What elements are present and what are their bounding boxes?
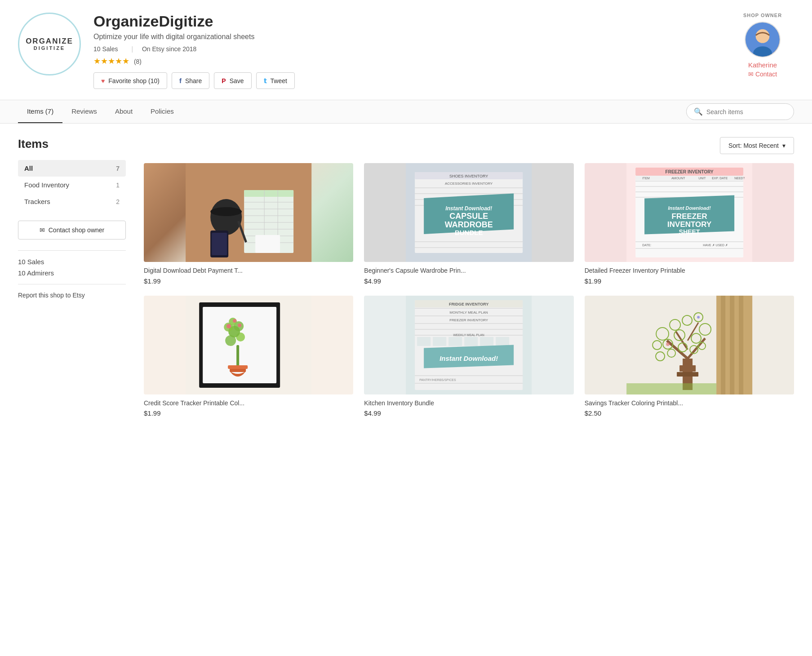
product-image-svg-credit <box>144 296 353 394</box>
svg-text:BUNDLE: BUNDLE <box>455 229 483 236</box>
svg-text:WEEKLY MEAL PLAN: WEEKLY MEAL PLAN <box>453 333 485 337</box>
envelope-icon: ✉ <box>748 71 754 78</box>
owner-name[interactable]: Katherine <box>748 61 777 69</box>
contact-envelope-icon: ✉ <box>40 226 45 234</box>
sort-button[interactable]: Sort: Most Recent ▾ <box>720 137 794 154</box>
svg-text:ITEM: ITEM <box>642 177 650 180</box>
shop-logo: ORGANIZE DIGITIZE <box>18 13 81 75</box>
product-card-savings[interactable]: Savings Tracker Coloring Printabl... $2.… <box>585 296 794 417</box>
product-image-debt <box>144 163 353 262</box>
svg-point-126 <box>666 342 670 346</box>
product-card-debt[interactable]: Digital Download Debt Payment T... $1.99 <box>144 163 353 285</box>
search-box: 🔍 <box>686 103 794 120</box>
product-price-savings: $2.50 <box>585 409 794 417</box>
product-card-credit[interactable]: Credit Score Tracker Printable Col... $1… <box>144 296 353 417</box>
shop-tagline: Optimize your life with digital organiza… <box>93 33 731 41</box>
sidebar: Items All 7 Food Inventory 1 Trackers 2 … <box>18 137 126 417</box>
owner-contact-link[interactable]: ✉ Contact <box>748 71 777 78</box>
contact-btn-label: Contact shop owner <box>49 226 105 234</box>
tab-reviews[interactable]: Reviews <box>62 100 106 123</box>
shop-header: ORGANIZE DIGITIZE OrganizeDigitize Optim… <box>0 0 812 100</box>
svg-text:FREEZER INVENTORY: FREEZER INVENTORY <box>450 318 489 322</box>
category-food-label: Food Inventory <box>24 181 69 189</box>
tab-policies[interactable]: Policies <box>142 100 183 123</box>
category-item-trackers[interactable]: Trackers 2 <box>18 193 126 210</box>
avatar <box>745 22 781 58</box>
svg-text:Instant Download!: Instant Download! <box>668 205 711 211</box>
product-image-svg-savings <box>585 296 794 394</box>
search-icon: 🔍 <box>694 107 703 116</box>
product-image-credit <box>144 296 353 394</box>
product-title-credit: Credit Score Tracker Printable Col... <box>144 399 353 408</box>
svg-rect-90 <box>448 337 462 346</box>
stat-sales: 10 Sales <box>18 258 126 266</box>
logo-text: ORGANIZE DIGITIZE <box>26 37 73 51</box>
svg-rect-22 <box>255 235 280 253</box>
tab-about[interactable]: About <box>106 100 142 123</box>
category-item-food[interactable]: Food Inventory 1 <box>18 177 126 193</box>
category-item-all[interactable]: All 7 <box>18 160 126 177</box>
product-card-kitchen[interactable]: FRIDGE INVENTORY MONTHLY MEAL PLAN FREEZ… <box>364 296 573 417</box>
logo-line1: ORGANIZE <box>26 37 73 46</box>
svg-text:AMOUNT: AMOUNT <box>671 177 685 180</box>
main-content: Items All 7 Food Inventory 1 Trackers 2 … <box>0 124 812 430</box>
product-price-credit: $1.99 <box>144 409 353 417</box>
favorite-button[interactable]: ♥ Favorite shop (10) <box>93 72 167 89</box>
facebook-icon: f <box>179 77 182 84</box>
product-image-wardrobe: SHOES INVENTORY ACCESSORIES INVENTORY In… <box>364 163 573 262</box>
contact-shop-owner-button[interactable]: ✉ Contact shop owner <box>18 221 126 239</box>
svg-rect-76 <box>228 365 248 369</box>
tab-items[interactable]: Items (7) <box>18 100 62 123</box>
sidebar-divider-1 <box>18 250 126 251</box>
svg-text:ACCESSORIES INVENTORY: ACCESSORIES INVENTORY <box>445 182 493 186</box>
share-button[interactable]: f Share <box>172 72 209 89</box>
avatar-image <box>745 22 780 58</box>
tab-items-label: Items (7) <box>27 107 53 115</box>
products-grid: Digital Download Debt Payment T... $1.99… <box>144 163 794 417</box>
svg-text:SHEET: SHEET <box>679 228 700 235</box>
svg-text:INVENTORY: INVENTORY <box>667 220 712 229</box>
pinterest-icon: P <box>222 77 226 84</box>
category-list: All 7 Food Inventory 1 Trackers 2 <box>18 160 126 210</box>
since-label: On Etsy since 2018 <box>142 45 196 53</box>
svg-rect-93 <box>496 337 509 346</box>
svg-rect-91 <box>464 337 478 346</box>
tab-reviews-label: Reviews <box>71 107 97 115</box>
shop-name: OrganizeDigitize <box>93 13 731 30</box>
product-card-freezer[interactable]: FREEZER INVENTORY ITEM AMOUNT UNIT EXP. … <box>585 163 794 285</box>
shop-owner-label: SHOP OWNER <box>743 13 782 18</box>
svg-text:MONTHLY MEAL PLAN: MONTHLY MEAL PLAN <box>450 310 488 315</box>
svg-text:WARDROBE: WARDROBE <box>445 220 493 229</box>
svg-point-3 <box>756 29 769 43</box>
product-card-wardrobe[interactable]: SHOES INVENTORY ACCESSORIES INVENTORY In… <box>364 163 573 285</box>
rating-count: (8) <box>134 58 142 65</box>
product-title-wardrobe: Beginner's Capsule Wardrobe Prin... <box>364 266 573 275</box>
svg-text:EXP. DATE: EXP. DATE <box>712 177 728 180</box>
svg-point-7 <box>210 207 242 216</box>
svg-point-73 <box>238 324 241 327</box>
svg-rect-92 <box>480 337 493 346</box>
product-title-savings: Savings Tracker Coloring Printabl... <box>585 399 794 408</box>
separator: | <box>131 45 133 53</box>
category-all-label: All <box>24 164 33 172</box>
svg-rect-102 <box>721 296 725 394</box>
svg-rect-107 <box>677 372 698 377</box>
sales-count: 10 Sales <box>93 45 118 53</box>
search-input[interactable] <box>706 108 786 115</box>
product-title-debt: Digital Download Debt Payment T... <box>144 266 353 275</box>
svg-rect-106 <box>679 365 696 372</box>
svg-rect-128 <box>626 383 716 394</box>
category-all-count: 7 <box>116 165 120 172</box>
svg-text:Instant Download!: Instant Download! <box>445 205 492 212</box>
svg-point-72 <box>226 324 231 328</box>
svg-text:NEED?: NEED? <box>734 177 745 180</box>
share-label: Share <box>185 77 202 84</box>
search-area: 🔍 <box>686 103 794 120</box>
tweet-button[interactable]: 𝕥 Tweet <box>256 72 295 89</box>
shop-owner-area: SHOP OWNER Katherine ✉ Contact <box>731 13 794 78</box>
save-button[interactable]: P Save <box>214 72 251 89</box>
items-heading: Items <box>18 137 126 151</box>
action-buttons: ♥ Favorite shop (10) f Share P Save 𝕥 Tw… <box>93 72 731 89</box>
product-price-wardrobe: $4.99 <box>364 277 573 285</box>
report-shop-link[interactable]: Report this shop to Etsy <box>18 292 126 299</box>
